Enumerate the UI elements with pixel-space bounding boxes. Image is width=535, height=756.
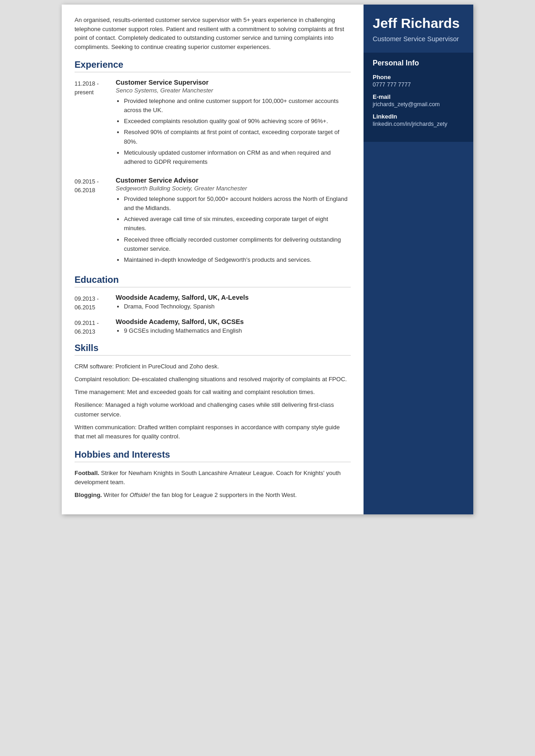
- list-item: Received three officially recorded custo…: [124, 235, 351, 254]
- skills-content: CRM software: Proficient in PureCloud an…: [75, 362, 351, 441]
- exp-company-1: Senco Systems, Greater Manchester: [116, 87, 351, 94]
- exp-title-2: Customer Service Advisor: [116, 177, 351, 184]
- linkedin-label: LinkedIn: [373, 113, 464, 120]
- edu-date-2: 09.2011 -06.2013: [75, 318, 116, 336]
- list-item: Maintained in-depth knowledge of Sedgewo…: [124, 255, 351, 265]
- exp-bullets-2: Provided telephone support for 50,000+ a…: [116, 194, 351, 265]
- exp-content-2: Customer Service Advisor Sedgeworth Buil…: [116, 177, 351, 266]
- edu-bullets-1: Drama, Food Technology, Spanish: [116, 303, 351, 310]
- right-column: Jeff Richards Customer Service Superviso…: [364, 5, 473, 514]
- hobby-item-1: Football. Striker for Newham Knights in …: [75, 469, 351, 487]
- skills-title: Skills: [75, 343, 351, 353]
- email-label: E-mail: [373, 93, 464, 100]
- experience-divider: [75, 72, 351, 72]
- edu-bullets-2: 9 GCSEs including Mathematics and Englis…: [116, 327, 351, 334]
- summary-text: An organised, results-oriented customer …: [75, 16, 351, 51]
- list-item: Meticulously updated customer informatio…: [124, 148, 351, 167]
- skill-item-3: Time management: Met and exceeded goals …: [75, 388, 351, 397]
- candidate-title: Customer Service Supervisor: [373, 34, 464, 43]
- hobbies-section: Hobbies and Interests Football. Striker …: [75, 449, 351, 500]
- linkedin-value: linkedin.com/in/jrichards_zety: [373, 121, 464, 127]
- education-entry-1: 09.2013 -06.2015 Woodside Academy, Salfo…: [75, 294, 351, 312]
- exp-content-1: Customer Service Supervisor Senco System…: [116, 79, 351, 168]
- list-item: Provided telephone support for 50,000+ a…: [124, 194, 351, 213]
- list-item: Exceeded complaints resolution quality g…: [124, 117, 351, 126]
- edu-date-1: 09.2013 -06.2015: [75, 294, 116, 312]
- left-column: An organised, results-oriented customer …: [62, 5, 364, 514]
- hobby-item-2: Blogging. Writer for Offside! the fan bl…: [75, 491, 351, 500]
- skill-item-4: Resilience: Managed a high volume worklo…: [75, 400, 351, 419]
- edu-content-1: Woodside Academy, Salford, UK, A-Levels …: [116, 294, 351, 312]
- candidate-header: Jeff Richards Customer Service Superviso…: [364, 5, 473, 53]
- education-entry-2: 09.2011 -06.2013 Woodside Academy, Salfo…: [75, 318, 351, 336]
- edu-title-1: Woodside Academy, Salford, UK, A-Levels: [116, 294, 351, 301]
- skill-item-2: Complaint resolution: De-escalated chall…: [75, 375, 351, 384]
- skill-item-5: Written communication: Drafted written c…: [75, 423, 351, 441]
- hobby-italic-2: Offside!: [129, 491, 150, 498]
- list-item: 9 GCSEs including Mathematics and Englis…: [124, 327, 351, 334]
- candidate-name: Jeff Richards: [373, 16, 464, 32]
- list-item: Achieved average call time of six minute…: [124, 215, 351, 233]
- email-value: jrichards_zety@gmail.com: [373, 101, 464, 108]
- resume-container: An organised, results-oriented customer …: [62, 5, 473, 514]
- phone-label: Phone: [373, 74, 464, 81]
- education-section: Education 09.2013 -06.2015 Woodside Acad…: [75, 275, 351, 336]
- education-title: Education: [75, 275, 351, 285]
- hobby-bold-2: Blogging.: [75, 491, 102, 498]
- exp-date-1: 11.2018 -present: [75, 79, 116, 168]
- linkedin-info: LinkedIn linkedin.com/in/jrichards_zety: [373, 113, 464, 127]
- skill-item-1: CRM software: Proficient in PureCloud an…: [75, 362, 351, 371]
- hobbies-divider: [75, 462, 351, 462]
- email-info: E-mail jrichards_zety@gmail.com: [373, 93, 464, 108]
- phone-value: 0777 777 7777: [373, 81, 464, 88]
- exp-date-2: 09.2015 -06.2018: [75, 177, 116, 266]
- list-item: Resolved 90% of complaints at first poin…: [124, 128, 351, 146]
- experience-entry-1: 11.2018 -present Customer Service Superv…: [75, 79, 351, 168]
- education-divider: [75, 287, 351, 287]
- phone-info: Phone 0777 777 7777: [373, 74, 464, 88]
- experience-title: Experience: [75, 59, 351, 70]
- personal-info-section: Personal Info Phone 0777 777 7777 E-mail…: [364, 53, 473, 142]
- edu-content-2: Woodside Academy, Salford, UK, GCSEs 9 G…: [116, 318, 351, 336]
- experience-entry-2: 09.2015 -06.2018 Customer Service Adviso…: [75, 177, 351, 266]
- hobbies-content: Football. Striker for Newham Knights in …: [75, 469, 351, 500]
- skills-divider: [75, 355, 351, 356]
- list-item: Provided telephone and online customer s…: [124, 97, 351, 115]
- experience-section: Experience 11.2018 -present Customer Ser…: [75, 59, 351, 266]
- edu-title-2: Woodside Academy, Salford, UK, GCSEs: [116, 318, 351, 325]
- skills-section: Skills CRM software: Proficient in PureC…: [75, 343, 351, 441]
- exp-company-2: Sedgeworth Building Society, Greater Man…: [116, 185, 351, 192]
- personal-info-title: Personal Info: [373, 59, 464, 67]
- hobbies-title: Hobbies and Interests: [75, 449, 351, 460]
- hobby-bold-1: Football.: [75, 470, 99, 476]
- list-item: Drama, Food Technology, Spanish: [124, 303, 351, 310]
- exp-bullets-1: Provided telephone and online customer s…: [116, 97, 351, 167]
- exp-title-1: Customer Service Supervisor: [116, 79, 351, 86]
